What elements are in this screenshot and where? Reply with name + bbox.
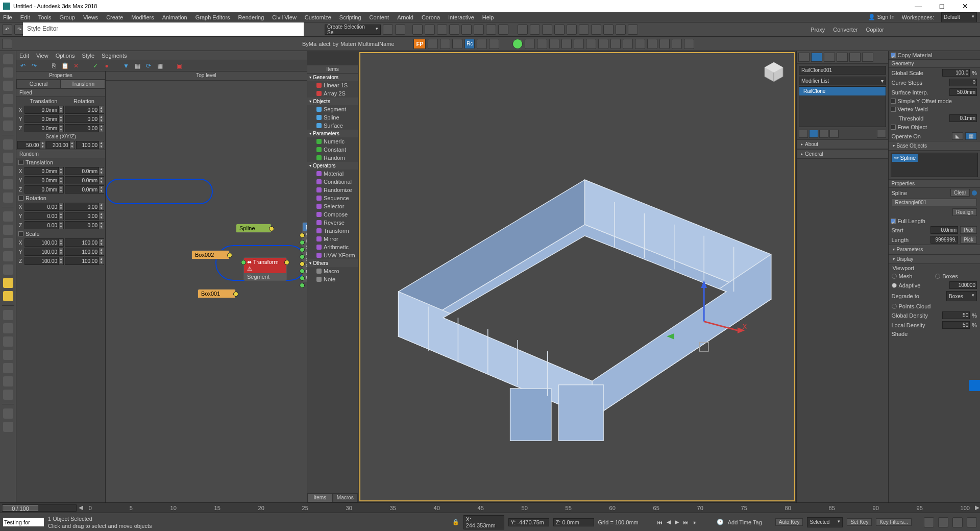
- scale-y[interactable]: ▲▼: [46, 141, 75, 149]
- tree-item[interactable]: Transform: [307, 227, 358, 235]
- tool-icon[interactable]: [3, 120, 13, 131]
- redo-icon[interactable]: ↷: [31, 62, 38, 69]
- toolbar-icon[interactable]: [616, 25, 626, 35]
- stack-tool[interactable]: [799, 130, 808, 138]
- play-icon[interactable]: ▶: [675, 519, 679, 525]
- rand-tx-min[interactable]: ▲▼: [24, 167, 64, 175]
- menu-rendering[interactable]: Rendering: [238, 14, 264, 20]
- utilities-tab[interactable]: [862, 53, 873, 62]
- sun-icon[interactable]: [3, 291, 13, 301]
- railclone-icon[interactable]: Rc: [464, 39, 475, 49]
- scale-x[interactable]: ▲▼: [17, 141, 45, 149]
- rand-ry-min[interactable]: ▲▼: [24, 212, 64, 220]
- teamviewer-icon[interactable]: [969, 380, 980, 391]
- help-icon[interactable]: [972, 190, 977, 196]
- create-tab[interactable]: [798, 53, 810, 62]
- menu-group[interactable]: Group: [59, 14, 75, 20]
- rand-tx-max[interactable]: ▲▼: [65, 167, 104, 175]
- se-menu-options[interactable]: Options: [56, 53, 75, 59]
- tool-icon[interactable]: [3, 166, 13, 176]
- fixed-trans-y[interactable]: ▲▼: [24, 115, 64, 123]
- rand-ry-max[interactable]: ▲▼: [65, 212, 104, 220]
- toolbar-icon[interactable]: [598, 39, 608, 49]
- node-transform[interactable]: ⬌ Transform ⚠ Segment: [243, 257, 287, 281]
- fixed-rot-y[interactable]: ▲▼: [65, 115, 104, 123]
- toolbar-icon[interactable]: [672, 39, 682, 49]
- rand-rz-max[interactable]: ▲▼: [65, 221, 104, 229]
- maximize-button[interactable]: □: [930, 0, 953, 12]
- menu-content[interactable]: Content: [370, 14, 389, 20]
- tool-icon[interactable]: [3, 336, 13, 347]
- toolbar-icon[interactable]: [603, 25, 614, 35]
- radio-boxes[interactable]: [935, 274, 940, 279]
- timeline[interactable]: 0 / 100 ⯇ 051015202530354045505560657075…: [0, 502, 980, 513]
- degrade-dropdown[interactable]: Boxes: [946, 291, 977, 301]
- fixed-trans-z[interactable]: ▲▼: [24, 124, 64, 132]
- node-box001[interactable]: Box001: [198, 289, 236, 298]
- tool-icon[interactable]: [3, 139, 13, 150]
- nav-icon[interactable]: [967, 517, 977, 527]
- modifier-list-dropdown[interactable]: Modifier List: [799, 77, 886, 85]
- se-menu-style[interactable]: Style: [82, 53, 94, 59]
- rollout-base-objects[interactable]: Base Objects: [889, 141, 981, 151]
- se-menu-edit[interactable]: Edit: [19, 53, 29, 59]
- menu-customize[interactable]: Customize: [305, 14, 331, 20]
- toolbar-icon[interactable]: [530, 25, 540, 35]
- chk-copy-material[interactable]: ✓Copy Material: [889, 51, 981, 59]
- toolbar-icon[interactable]: [567, 25, 577, 35]
- toolbar-icon[interactable]: [489, 39, 499, 49]
- tree-item[interactable]: Random: [307, 154, 358, 162]
- rand-tz-min[interactable]: ▲▼: [24, 185, 64, 194]
- toolbar-icon[interactable]: [623, 39, 633, 49]
- rand-ty-min[interactable]: ▲▼: [24, 176, 64, 184]
- rand-sy-max[interactable]: ▲▼: [65, 248, 104, 256]
- stack-tool[interactable]: [829, 130, 839, 138]
- pick-length-button[interactable]: Pick: [960, 236, 977, 244]
- realign-button[interactable]: Realign: [952, 208, 977, 216]
- rand-rz-min[interactable]: ▲▼: [24, 221, 64, 229]
- menu-tools[interactable]: Tools: [38, 14, 52, 20]
- toolbar-icon[interactable]: [586, 39, 596, 49]
- hierarchy-tab[interactable]: [824, 53, 835, 62]
- chk-vertex-weld[interactable]: Vertex Weld: [889, 105, 981, 113]
- modifier-stack[interactable]: RailClone: [799, 86, 886, 127]
- tab-transform[interactable]: Transform: [61, 80, 105, 88]
- tool-icon[interactable]: [3, 363, 13, 373]
- toolbar-icon[interactable]: [428, 39, 438, 49]
- tab-general[interactable]: General: [16, 80, 61, 88]
- auto-key-button[interactable]: Auto Key: [775, 518, 803, 526]
- start-input[interactable]: [930, 226, 958, 234]
- scale-z[interactable]: ▲▼: [76, 141, 104, 149]
- radio-points-cloud[interactable]: [892, 304, 897, 309]
- tool-icon[interactable]: [3, 192, 13, 203]
- rand-tz-max[interactable]: ▲▼: [65, 185, 104, 194]
- menu-animation[interactable]: Animation: [162, 14, 187, 20]
- menu-help[interactable]: Help: [482, 14, 494, 20]
- menu-civil-view[interactable]: Civil View: [272, 14, 296, 20]
- tool-icon[interactable]: [3, 422, 13, 432]
- menu-corona[interactable]: Corona: [422, 14, 440, 20]
- set-key-button[interactable]: Set Key: [847, 518, 872, 526]
- play-prev-icon[interactable]: ◀: [667, 519, 671, 525]
- tool-icon[interactable]: [3, 376, 13, 387]
- tool-icon[interactable]: [3, 408, 13, 419]
- display-tab[interactable]: [849, 53, 861, 62]
- toolbar-icon[interactable]: [659, 39, 670, 49]
- tool-icon[interactable]: [3, 264, 13, 275]
- glob-density-input[interactable]: [942, 311, 970, 319]
- toolbar-icon[interactable]: [412, 25, 423, 35]
- time-tag-icon[interactable]: 🕐: [717, 519, 724, 525]
- viewcube[interactable]: [763, 60, 785, 83]
- rand-sz-max[interactable]: ▲▼: [65, 257, 104, 265]
- tree-cat-operators[interactable]: Operators: [307, 162, 358, 170]
- tree-item[interactable]: Compose: [307, 210, 358, 219]
- toolbar-icon[interactable]: [474, 25, 484, 35]
- play-end-icon[interactable]: ⏯: [693, 519, 698, 525]
- items-tab[interactable]: Items: [307, 493, 333, 502]
- radio-adaptive[interactable]: [892, 283, 897, 288]
- toolbar-icon[interactable]: [461, 25, 472, 35]
- tree-item[interactable]: Segment: [307, 105, 358, 113]
- tool-icon[interactable]: [3, 238, 13, 248]
- tool-icon[interactable]: [3, 310, 13, 320]
- node-graph[interactable]: Top level Spline Box002: [106, 71, 307, 502]
